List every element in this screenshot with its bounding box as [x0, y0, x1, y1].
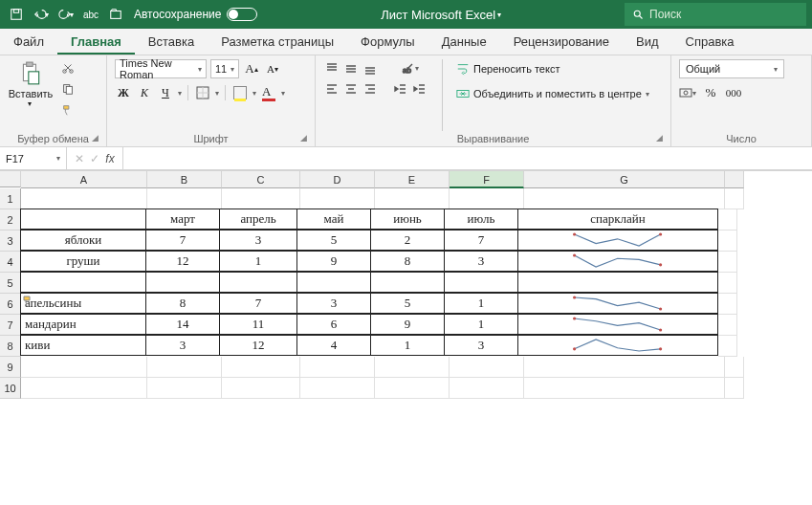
align-top-icon[interactable] [323, 59, 340, 77]
cell[interactable]: 3 [444, 251, 518, 272]
col-header-H[interactable] [725, 171, 744, 188]
row-header[interactable]: 4 [0, 252, 21, 273]
cell[interactable]: 7 [145, 230, 220, 251]
increase-indent-icon[interactable] [411, 80, 428, 98]
align-right-icon[interactable] [362, 80, 379, 98]
font-launcher-icon[interactable]: ◢ [300, 133, 307, 143]
cell[interactable] [517, 335, 718, 356]
spellcheck-icon[interactable]: abc [80, 4, 101, 25]
cell[interactable]: 3 [444, 335, 518, 356]
cell[interactable]: 11 [219, 314, 297, 335]
cell[interactable] [300, 378, 375, 399]
cell[interactable]: 3 [296, 293, 371, 314]
cell[interactable] [20, 272, 146, 293]
cell[interactable] [718, 336, 737, 357]
cell[interactable] [517, 293, 718, 314]
font-name-select[interactable]: Times New Roman▾ [115, 59, 207, 78]
cell[interactable] [219, 272, 297, 293]
cell[interactable]: 3 [145, 335, 220, 356]
align-bottom-icon[interactable] [362, 59, 379, 77]
col-header-E[interactable]: E [375, 171, 450, 188]
cell[interactable]: 3 [219, 230, 297, 251]
cell[interactable]: 1 [219, 251, 297, 272]
align-left-icon[interactable] [323, 80, 340, 98]
cell[interactable]: 1 [444, 293, 518, 314]
cell[interactable] [222, 378, 300, 399]
cell[interactable] [145, 272, 220, 293]
tab-home[interactable]: Главная [57, 29, 135, 55]
cell[interactable] [718, 231, 737, 252]
cell[interactable]: 5 [370, 293, 445, 314]
cell[interactable]: 2 [370, 230, 445, 251]
row-header[interactable]: 3 [0, 231, 21, 252]
cell[interactable] [147, 357, 222, 378]
cell[interactable] [718, 315, 737, 336]
cell[interactable]: спарклайн [517, 209, 718, 230]
redo-icon[interactable]: ▾ [55, 4, 77, 25]
align-center-icon[interactable] [342, 80, 360, 98]
select-all-cell[interactable] [0, 170, 21, 187]
cell[interactable] [296, 272, 371, 293]
borders-button[interactable] [194, 84, 211, 101]
cell[interactable] [517, 314, 718, 335]
row-header[interactable]: 8 [0, 336, 21, 357]
merge-dropdown-icon[interactable]: ▾ [646, 90, 649, 99]
cell[interactable] [725, 188, 744, 209]
font-size-select[interactable]: 11▾ [210, 59, 239, 78]
cell[interactable]: май [296, 209, 371, 230]
name-box[interactable]: F17▾ [0, 147, 67, 169]
cell[interactable] [517, 230, 718, 251]
cell[interactable] [147, 188, 222, 209]
cell[interactable]: 8 [370, 251, 445, 272]
cell[interactable]: киви [20, 335, 146, 356]
underline-dropdown-icon[interactable]: ▾ [178, 89, 182, 98]
confirm-formula-icon[interactable]: ✓ [88, 152, 101, 165]
tab-pagelayout[interactable]: Разметка страницы [208, 29, 347, 55]
cell[interactable] [718, 273, 737, 294]
cell[interactable] [725, 378, 744, 399]
row-header[interactable]: 10 [0, 378, 21, 399]
cell[interactable]: 7 [444, 230, 518, 251]
open-icon[interactable] [105, 4, 126, 25]
cell[interactable] [450, 188, 524, 209]
cell[interactable]: 6 [296, 314, 371, 335]
currency-icon[interactable]: ▾ [679, 84, 696, 101]
fontcolor-dropdown-icon[interactable]: ▾ [281, 89, 285, 98]
col-header-D[interactable]: D [300, 171, 375, 188]
row-header[interactable]: 7 [0, 315, 21, 336]
borders-dropdown-icon[interactable]: ▾ [215, 89, 219, 98]
cut-icon[interactable] [59, 59, 77, 77]
cell[interactable] [524, 188, 725, 209]
cell[interactable] [222, 357, 300, 378]
col-header-A[interactable]: A [21, 171, 147, 188]
wrap-text-button[interactable]: Переносить текст [456, 59, 649, 78]
autosave-toggle[interactable]: Автосохранение [134, 8, 257, 21]
tab-data[interactable]: Данные [428, 29, 500, 55]
cell[interactable]: 8 [145, 293, 220, 314]
row-header[interactable]: 2 [0, 209, 21, 231]
cell[interactable]: 5 [296, 230, 371, 251]
search-box[interactable]: Поиск [625, 3, 806, 26]
paste-button[interactable]: Вставить ▾ [8, 59, 54, 108]
cell[interactable] [375, 188, 450, 209]
title-dropdown-icon[interactable]: ▾ [497, 11, 501, 19]
cell[interactable]: мандарин [20, 314, 146, 335]
cell[interactable] [444, 272, 518, 293]
format-painter-icon[interactable] [59, 101, 77, 119]
alignment-launcher-icon[interactable]: ◢ [656, 133, 663, 143]
clipboard-launcher-icon[interactable]: ◢ [92, 133, 99, 143]
tab-review[interactable]: Рецензирование [500, 29, 623, 55]
save-icon[interactable] [6, 4, 27, 25]
fill-dropdown-icon[interactable]: ▾ [252, 89, 256, 98]
tab-insert[interactable]: Вставка [135, 29, 208, 55]
cell[interactable] [300, 357, 375, 378]
cell[interactable]: июнь [370, 209, 445, 230]
col-header-C[interactable]: C [222, 171, 300, 188]
cell[interactable] [375, 378, 450, 399]
cell[interactable] [375, 357, 450, 378]
underline-button[interactable]: Ч [157, 84, 174, 101]
copy-icon[interactable] [59, 80, 77, 98]
col-header-B[interactable]: B [147, 171, 222, 188]
cell[interactable] [21, 188, 147, 209]
font-color-button[interactable]: A [260, 84, 277, 101]
